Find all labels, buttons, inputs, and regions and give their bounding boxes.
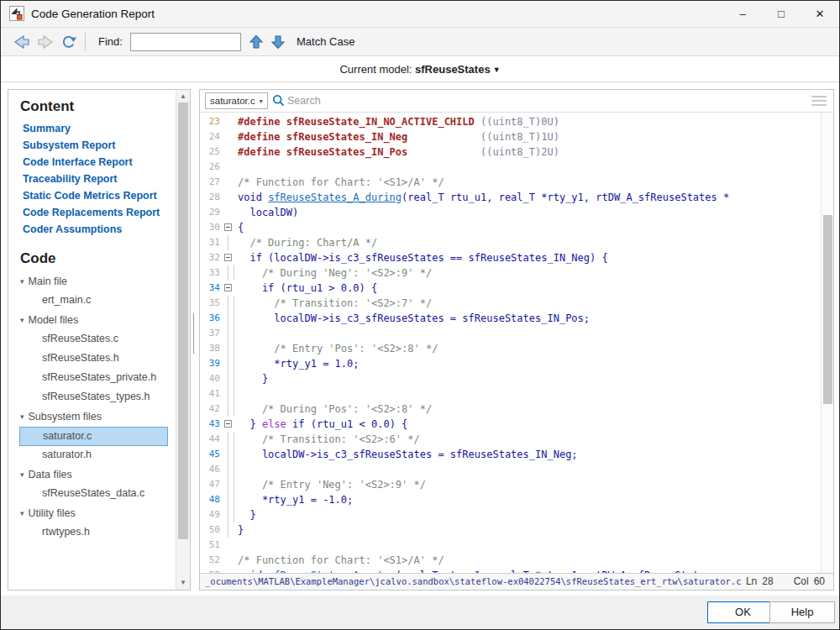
file-selector-dropdown[interactable]: saturator.c▾ [205,92,268,109]
col-label: Col [794,575,809,587]
content-heading: Content [20,98,176,115]
current-model-prefix: Current model: [339,63,415,76]
tree-item-sfreusestates-h[interactable]: sfReuseStates.h [8,349,176,369]
tree-group-main-file[interactable]: ▾Main file [8,272,176,291]
code-text: /* Transition: '<S2>:6' */ [238,432,420,447]
function-link[interactable]: sfReuseStates_A_during [268,192,402,203]
line-number: 40 [200,371,223,386]
tree-item-saturator-h[interactable]: saturator.h [8,446,176,465]
menu-icon[interactable] [811,96,827,107]
forward-icon[interactable] [36,34,55,50]
content-link-static-code-metrics-report[interactable]: Static Code Metrics Report [23,187,176,204]
tree-item-ert-main-c[interactable]: ert_main.c [8,291,176,311]
content-link-code-replacements-report[interactable]: Code Replacements Report [23,204,176,221]
content-link-code-interface-report[interactable]: Code Interface Report [23,154,176,171]
code-line-43: 43 } else if (rtu_u1 < 0.0) { [200,417,821,432]
tree-collapse-icon[interactable]: ▾ [20,277,24,286]
code-text: #define sfReuseStates_IN_Pos ((uint8_T)2… [238,144,559,160]
tree-collapse-icon[interactable]: ▾ [20,316,24,324]
refresh-icon[interactable] [60,34,78,50]
match-case-label[interactable]: Match Case [297,28,354,56]
code-text: /* Entry 'Pos': '<S2>:8' */ [238,341,438,356]
code-line-33: 33 /* During 'Neg': '<S2>:9' */ [200,265,821,281]
fold-gutter [223,190,238,205]
fold-collapse-icon[interactable] [224,420,232,428]
code-text: /* During: Chart/A */ [238,235,377,250]
maximize-button[interactable]: □ [762,1,801,27]
code-text: #define sfReuseState_IN_NO_ACTIVE_CHILD … [238,114,559,129]
code-pane-header: saturator.c▾ [200,90,833,113]
tree-item-sfreusestates-private-h[interactable]: sfReuseStates_private.h [8,369,176,388]
code-line-25: 25#define sfReuseStates_IN_Pos ((uint8_T… [200,144,821,160]
fold-gutter [223,326,238,341]
fold-gutter [223,281,238,296]
scroll-down-icon[interactable]: ▼ [176,577,190,589]
sidebar-scrollbar[interactable]: ▲ ▼ [176,90,190,590]
col-value: 60 [814,575,825,587]
fold-gutter [223,477,238,492]
line-number: 31 [200,235,223,250]
find-previous-icon[interactable] [248,34,265,50]
tree-group-model-files[interactable]: ▾Model files [8,311,176,330]
minimize-button[interactable]: – [723,1,762,27]
tree-item-sfreusestates-types-h[interactable]: sfReuseStates_types.h [8,388,176,407]
tree-item-saturator-c[interactable]: saturator.c [19,427,168,446]
panel-splitter[interactable] [193,313,194,354]
code-line-34: 34 if (rtu_u1 > 0.0) { [200,281,821,296]
code-scrollbar-thumb[interactable] [823,215,832,404]
code-text: /* During 'Neg': '<S2>:9' */ [238,265,432,281]
fold-gutter [223,114,238,129]
help-button[interactable]: Help [769,601,835,623]
code-text: localDW->is_c3_sfReuseStates = sfReuseSt… [238,311,590,326]
code-line-46: 46 [200,462,821,477]
back-icon[interactable] [13,34,31,50]
current-model-name[interactable]: sfReuseStates [415,63,491,76]
fold-collapse-icon[interactable] [224,254,232,261]
fold-collapse-icon[interactable] [224,223,232,231]
find-label: Find: [98,28,123,56]
fold-gutter [223,447,238,462]
sidebar-scrollbar-thumb[interactable] [178,102,188,539]
fold-gutter [223,386,238,402]
code-line-41: 41 [200,386,821,402]
content-link-summary[interactable]: Summary [23,120,176,137]
content-link-subsystem-report[interactable]: Subsystem Report [23,137,176,154]
code-line-35: 35 /* Transition: '<S2>:7' */ [200,296,821,311]
code-scrollbar[interactable] [821,113,833,573]
tree-item-sfreusestates-c[interactable]: sfReuseStates.c [8,330,176,349]
code-generation-report-window: Code Generation Report – □ ✕ Find: Match… [0,0,840,630]
tree-group-data-files[interactable]: ▾Data files [8,465,176,485]
fold-collapse-icon[interactable] [224,284,232,291]
line-number: 51 [200,538,223,553]
search-input[interactable] [287,92,539,109]
model-dropdown-icon[interactable]: ▼ [493,66,501,74]
tree-item-rtwtypes-h[interactable]: rtwtypes.h [8,523,176,543]
fold-gutter [223,205,238,220]
code-text: #define sfReuseStates_IN_Neg ((uint8_T)1… [238,129,559,144]
code-text: { [238,220,244,235]
scroll-up-icon[interactable]: ▲ [176,91,190,102]
tree-item-sfreusestates-data-c[interactable]: sfReuseStates_data.c [8,485,176,504]
line-number: 28 [200,190,223,205]
find-input[interactable] [130,33,241,51]
tree-collapse-icon[interactable]: ▾ [20,509,24,517]
code-line-40: 40 } [200,371,821,386]
content-link-coder-assumptions[interactable]: Coder Assumptions [23,221,176,238]
line-number: 36 [200,311,223,326]
tree-collapse-icon[interactable]: ▾ [20,412,24,421]
tree-group-subsystem-files[interactable]: ▾Subsystem files [8,407,176,427]
line-number: 33 [200,265,223,281]
code-line-37: 37 [200,326,821,341]
content-link-traceability-report[interactable]: Traceability Report [23,171,176,187]
close-button[interactable]: ✕ [801,1,839,27]
find-next-icon[interactable] [270,34,286,50]
fold-gutter [223,265,238,281]
tree-group-utility-files[interactable]: ▾Utility files [8,504,176,523]
ok-button[interactable]: OK [707,601,779,623]
fold-gutter [223,507,238,522]
tree-collapse-icon[interactable]: ▾ [20,470,24,479]
line-number: 35 [200,296,223,311]
code-heading: Code [20,250,176,267]
fold-gutter [223,175,238,190]
line-number: 50 [200,522,223,538]
